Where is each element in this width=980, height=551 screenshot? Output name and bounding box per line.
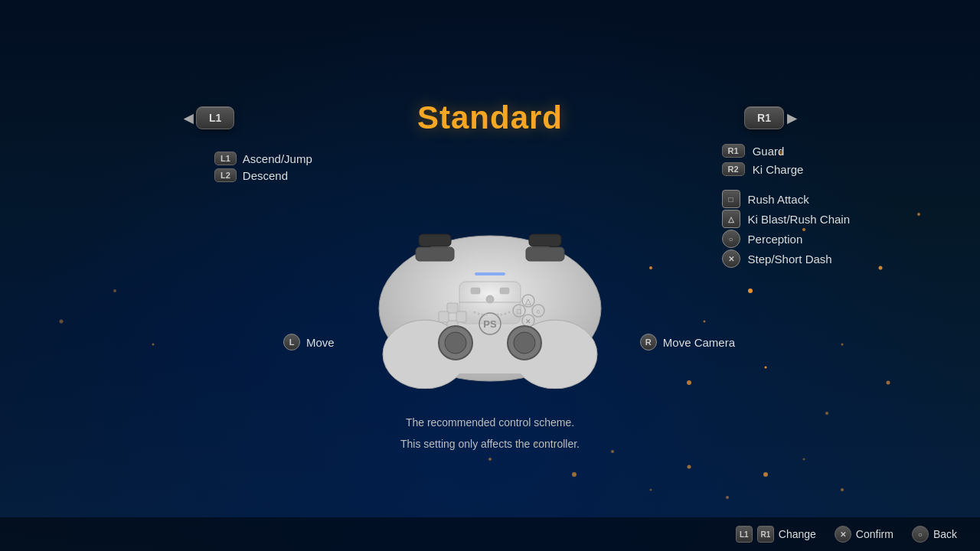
square-action-label: Rush Attack [748, 193, 809, 206]
svg-text:△: △ [525, 297, 531, 305]
svg-rect-10 [447, 303, 458, 313]
svg-point-39 [508, 311, 511, 314]
change-action: L1 R1 Change [736, 526, 816, 543]
description-area: The recommended control scheme. This set… [400, 412, 580, 455]
l1-change-icon: L1 [736, 526, 753, 543]
left-labels: L1 Ascend/Jump L2 Descend [214, 152, 312, 182]
svg-point-37 [501, 314, 503, 316]
svg-text:✕: ✕ [525, 318, 531, 325]
l1-nav-pill[interactable]: L1 [196, 106, 234, 129]
right-label-r2: R2 Ki Charge [722, 162, 850, 176]
r2-action-label: Ki Charge [753, 163, 804, 176]
r1-nav-pill[interactable]: R1 [744, 106, 784, 129]
svg-rect-9 [529, 234, 561, 246]
triangle-btn-icon: △ [722, 210, 740, 228]
square-btn-icon: □ [722, 190, 740, 208]
l1-action-label: Ascend/Jump [243, 152, 312, 165]
right-label-square: □ Rush Attack [722, 190, 850, 208]
r-stick-badge: R [640, 334, 657, 350]
bottom-bar: L1 R1 Change ✕ Confirm ○ Back [0, 517, 980, 551]
back-icon: ○ [912, 526, 929, 543]
right-stick-label: R Move Camera [640, 334, 735, 350]
svg-point-25 [514, 332, 535, 354]
right-label-triangle: △ Ki Blast/Rush Chain [722, 210, 850, 228]
svg-point-23 [445, 332, 466, 354]
svg-point-32 [474, 311, 476, 314]
page-title: Standard [417, 99, 563, 136]
l-stick-badge: L [283, 334, 300, 350]
confirm-label: Confirm [856, 528, 893, 540]
back-action[interactable]: ○ Back [912, 526, 957, 543]
r2-badge-right: R2 [722, 162, 745, 176]
l2-action-label: Descend [243, 169, 288, 182]
left-label-l2: L2 Descend [214, 168, 312, 182]
right-label-circle: ○ Perception [722, 230, 850, 248]
svg-rect-6 [416, 247, 454, 261]
svg-rect-8 [526, 247, 564, 261]
svg-text:○: ○ [536, 308, 540, 315]
desc-line-2: This setting only affects the controller… [400, 433, 580, 455]
cross-action-label: Step/Short Dash [748, 253, 832, 266]
svg-point-34 [482, 314, 484, 316]
l1-badge: L1 [214, 152, 237, 165]
r-stick-action: Move Camera [663, 336, 735, 349]
l-stick-action: Move [306, 336, 335, 349]
right-labels: R1 Guard R2 Ki Charge □ Rush Attack △ Ki… [722, 144, 850, 268]
svg-point-31 [486, 295, 494, 303]
main-area: L1 Ascend/Jump L2 Descend L Move [0, 152, 980, 396]
svg-point-36 [497, 314, 499, 316]
svg-rect-28 [471, 288, 480, 294]
desc-line-1: The recommended control scheme. [400, 412, 580, 433]
triangle-action-label: Ki Blast/Rush Chain [748, 213, 850, 226]
right-label-r1: R1 Guard [722, 144, 850, 158]
svg-rect-13 [456, 311, 466, 322]
confirm-icon: ✕ [835, 526, 851, 543]
nav-left[interactable]: ◀ L1 [184, 106, 234, 129]
change-label: Change [779, 528, 816, 540]
main-content: ◀ L1 Standard R1 ▶ L1 Ascend/Jump L2 Des… [0, 0, 980, 551]
svg-point-33 [478, 313, 480, 315]
controller-image: △ □ ○ ✕ PS [348, 190, 632, 389]
controller-area: L Move [345, 182, 635, 396]
svg-rect-30 [475, 272, 505, 276]
circle-action-label: Perception [748, 233, 803, 246]
left-label-l1: L1 Ascend/Jump [214, 152, 312, 165]
svg-rect-12 [439, 311, 449, 322]
right-label-cross: ✕ Step/Short Dash [722, 249, 850, 268]
nav-right[interactable]: R1 ▶ [744, 106, 796, 129]
cross-btn-icon: ✕ [722, 249, 740, 268]
svg-point-38 [505, 313, 507, 315]
svg-rect-29 [500, 288, 509, 294]
svg-text:□: □ [517, 308, 521, 315]
svg-point-35 [485, 314, 488, 316]
l2-badge: L2 [214, 168, 237, 182]
header: ◀ L1 Standard R1 ▶ [0, 99, 980, 136]
back-label: Back [933, 528, 957, 540]
r1-action-label: Guard [753, 145, 785, 158]
arrow-left-icon: ◀ [184, 111, 193, 126]
left-stick-label: L Move [283, 334, 335, 350]
arrow-right-icon: ▶ [787, 111, 796, 126]
circle-btn-icon: ○ [722, 230, 740, 248]
confirm-action[interactable]: ✕ Confirm [835, 526, 893, 543]
svg-text:PS: PS [483, 318, 497, 330]
r1-change-icon: R1 [757, 526, 774, 543]
r1-badge-right: R1 [722, 144, 745, 158]
svg-rect-7 [419, 234, 451, 246]
